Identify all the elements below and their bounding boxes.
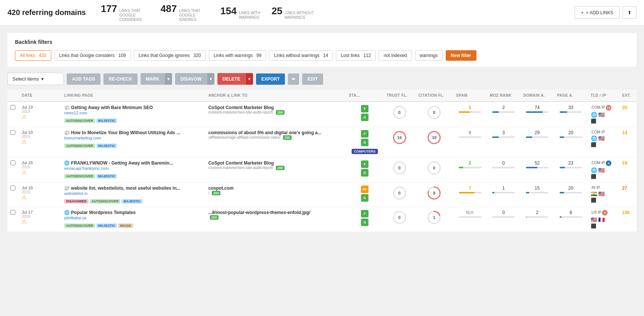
row-status: F G (346, 157, 383, 183)
pencil-button[interactable]: ✏ (288, 73, 299, 85)
row-checkbox[interactable] (10, 186, 15, 190)
main-content: Backlink filters All links 420 Links tha… (0, 25, 644, 240)
trust-gauge: 0 (392, 160, 407, 175)
filter-warnings[interactable]: warnings (415, 50, 443, 61)
row-spam: 5 (453, 102, 487, 127)
stat-label-no-warnings: LINKS WITHOUTWARNINGS (285, 11, 314, 20)
filter-not-indexed[interactable]: not indexed (379, 50, 412, 61)
disavow-button[interactable]: DISAVOW (175, 73, 207, 85)
tld-value: .US IP5 (591, 210, 616, 216)
filter-with-warnings[interactable]: Links with warnings 99 (209, 50, 266, 61)
filter-lost-links[interactable]: Lost links 112 (336, 50, 376, 61)
edit-button[interactable]: EDIT (302, 73, 323, 85)
ext-value: 27 (622, 186, 634, 191)
table-row: Jul 17 2019 ⚠ 🌐 Popular Wordpress Templa… (7, 207, 637, 232)
row-page-authority: 20 (554, 183, 588, 207)
delete-button[interactable]: DELETE (217, 73, 246, 85)
trust-value: 0 (392, 186, 407, 201)
row-date: Jul 18 2019 ⚠ (19, 183, 61, 207)
status-badge-200: 200 (283, 135, 292, 140)
status-badge-200: 200 (276, 110, 285, 115)
tag-image: IMAGE (118, 223, 133, 228)
mark-chevron[interactable]: ▾ (165, 73, 172, 85)
date-year: 2019 (22, 214, 52, 219)
add-links-button[interactable]: + + ADD LINKS (575, 6, 620, 19)
row-citation-flow: 1 (415, 207, 453, 232)
anchor-title: cospot.com (208, 186, 343, 191)
row-status: NF G (346, 183, 383, 207)
export-top-button[interactable]: ⬆ (623, 6, 637, 19)
linking-url[interactable]: pilotbaba.us (64, 216, 86, 220)
row-checkbox-cell (7, 207, 19, 232)
row-page-authority: 8 (554, 207, 588, 232)
domain-value: 15 (523, 186, 551, 191)
row-page-authority: 23 (554, 157, 588, 183)
delete-chevron[interactable]: ▾ (246, 73, 253, 85)
linking-url[interactable]: loveumarketing.com (64, 136, 101, 140)
row-anchor: CoSpot Content Marketer Blog /content-ma… (205, 102, 346, 127)
linking-url[interactable]: websitelist.in (64, 191, 87, 196)
row-trust-flow: 0 (383, 157, 415, 183)
status-g-badge: G (361, 169, 368, 177)
linking-url[interactable]: news12.com (64, 111, 87, 115)
col-linking-page: LINKING PAGE (61, 90, 205, 102)
add-tags-button[interactable]: ADD TAGS (67, 73, 100, 85)
spam-value: 5 (456, 105, 484, 110)
export-button[interactable]: EXPORT (256, 73, 285, 85)
tld-flags: 🌐 🇺🇸 (591, 112, 616, 118)
page-value: 8 (557, 210, 585, 215)
link-icon: ⬛ (591, 198, 616, 203)
chevron-down-icon: ▾ (41, 76, 44, 82)
ext-value: 100 (622, 210, 634, 215)
select-items-label: Select items (12, 76, 39, 82)
anchor-title: ...8/most-popular-wordpress-themes-enfol… (208, 210, 343, 215)
trust-value: 0 (392, 160, 407, 175)
row-checkbox[interactable] (10, 130, 15, 135)
row-checkbox[interactable] (10, 105, 15, 110)
filter-all-links[interactable]: All links 420 (15, 50, 51, 61)
row-moz-rank: 2 (487, 102, 521, 127)
row-spam: 0 (453, 127, 487, 157)
tld-text: .IN (591, 186, 596, 190)
filter-without-warnings[interactable]: Links without warnings 14 (269, 50, 333, 61)
col-date: DATE (19, 90, 61, 102)
row-trust-flow: 0 (383, 207, 415, 232)
anchor-title: commissions of about 5% and digital one'… (208, 130, 343, 135)
row-checkbox-cell (7, 102, 19, 127)
row-tld-ip: .COM IP 🌐 🇺🇸 ⬛ (588, 127, 619, 157)
tld-flags: 🇺🇸 🇫🇷 (591, 217, 616, 223)
anchor-url: /content-marketer/seo-site-audit-report/… (208, 110, 343, 115)
status-g-badge: G (361, 194, 368, 202)
tld-text: .COM (591, 130, 601, 134)
row-checkbox[interactable] (10, 160, 15, 165)
row-spam: 2 (453, 157, 487, 183)
row-linking-page: 📰 website list, websitelists, most usefu… (61, 183, 205, 207)
row-citation-flow: 19 (415, 127, 453, 157)
table-row: Jul 19 2019 ⚠ 📰 Getting Away with Bare M… (7, 102, 637, 127)
citation-gauge: 19 (427, 130, 442, 145)
filter-google-ignores[interactable]: Links that Google ignores 320 (134, 50, 206, 61)
new-filter-button[interactable]: New filter (446, 50, 476, 61)
row-checkbox[interactable] (10, 210, 15, 215)
citation-value: 19 (427, 130, 442, 145)
link-icon: ⬛ (591, 174, 616, 179)
select-items-dropdown[interactable]: Select items ▾ (7, 73, 64, 85)
trust-gauge: 0 (392, 186, 407, 201)
row-tld-ip: .COM IP2 🌐 🇺🇸 ⬛ (588, 157, 619, 183)
tld-flags: 🇮🇳 🇺🇸 (591, 191, 616, 197)
tag-majestic: MAJESTIC (96, 118, 117, 123)
status-g-badge: G (361, 114, 368, 121)
tld-text: .US (591, 210, 597, 214)
recheck-button[interactable]: RE-CHECK (103, 73, 138, 85)
table-row: Jul 18 2019 ⚠ 🌐 FRANKLYWNOW - Getting Aw… (7, 157, 637, 183)
mark-button[interactable]: MARK (141, 73, 165, 85)
row-tld-ip: .IN IP 🇮🇳 🇺🇸 ⬛ (588, 183, 619, 207)
linking-url[interactable]: wnow.api.franklyinc.com (64, 166, 109, 171)
filter-google-considers[interactable]: Links that Google considers 109 (54, 50, 131, 61)
disavow-chevron[interactable]: ▾ (207, 73, 214, 85)
tld-text: .COM (591, 161, 601, 165)
status-f-badge: NF (361, 186, 368, 193)
ip-text: IP (598, 210, 601, 214)
row-anchor: commissions of about 5% and digital one'… (205, 127, 346, 157)
row-citation-flow: 9 (415, 183, 453, 207)
